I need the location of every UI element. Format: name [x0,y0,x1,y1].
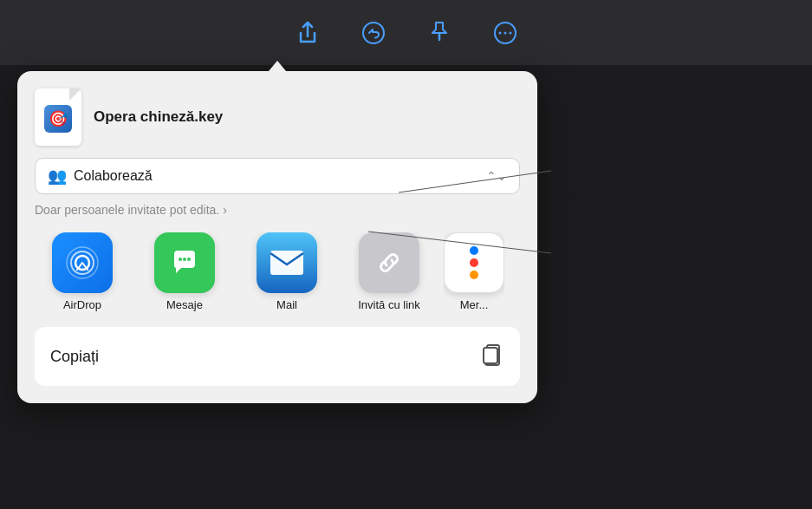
panel-arrow [269,61,286,71]
svg-point-8 [179,258,182,261]
more-apps-label: Mer... [460,298,489,311]
collaborate-label: Colaborează [74,168,153,184]
file-icon-inner: 🎯 [44,105,72,133]
collaborate-icon: 👥 [48,166,67,186]
annotation-access: Schimbați opțiunile pentru acces și perm… [555,189,664,240]
chevron-updown-icon: ⌃⌄ [486,169,507,183]
annotation-collaborate: Selectați Colaborați. [555,90,671,105]
copy-label: Copiați [50,348,99,366]
svg-point-2 [498,31,501,34]
svg-point-10 [187,258,191,261]
collaborate-button[interactable]: 👥 Colaborează ⌃⌄ [35,158,520,194]
keynote-logo: 🎯 [44,105,72,133]
invite-link-icon [359,232,419,293]
reply-icon[interactable] [358,17,389,49]
app-item-messages[interactable]: Mesaje [137,232,232,311]
app-item-mail[interactable]: Mail [239,232,335,311]
mail-icon [257,232,317,293]
share-icon[interactable] [292,17,323,49]
svg-rect-11 [270,251,303,275]
invite-link-label: Invită cu link [358,298,420,311]
airdrop-label: AirDrop [63,298,101,311]
copy-button[interactable]: Copiați [35,327,520,386]
toolbar [0,0,812,65]
svg-rect-13 [484,348,497,363]
more-apps-icon [444,232,504,293]
access-text: Doar persoanele invitate pot edita. [35,203,219,217]
pin-icon[interactable] [424,17,455,49]
file-icon: 🎯 [35,88,81,146]
collaborate-left: 👥 Colaborează [48,166,153,186]
share-panel: 🎯 Opera chineză.key 👥 Colaborează ⌃⌄ Doa… [17,71,537,403]
app-icons-row: AirDrop Mesaje Mail [35,232,520,311]
dot-blue [470,246,478,255]
copy-icon [478,341,504,372]
file-icon-corner [69,88,81,101]
access-info[interactable]: Doar persoanele invitate pot edita. › [35,203,520,217]
svg-point-9 [183,258,186,261]
mail-label: Mail [276,298,297,311]
annotation-area: Selectați Colaborați. Schimbați opțiunil… [555,71,806,242]
app-item-airdrop[interactable]: AirDrop [35,232,130,311]
messages-label: Mesaje [166,298,203,311]
dot-orange [470,271,478,279]
messages-icon [154,232,215,293]
app-item-more[interactable]: Mer... [444,232,504,311]
airdrop-icon [52,232,113,293]
dot-red [470,258,478,267]
svg-point-4 [509,31,511,34]
file-info: 🎯 Opera chineză.key [35,88,520,146]
svg-point-3 [503,31,506,34]
file-name: Opera chineză.key [94,108,223,126]
access-chevron-icon: › [223,203,227,217]
more-options-icon[interactable] [490,17,521,49]
app-item-invite-link[interactable]: Invită cu link [341,232,437,311]
